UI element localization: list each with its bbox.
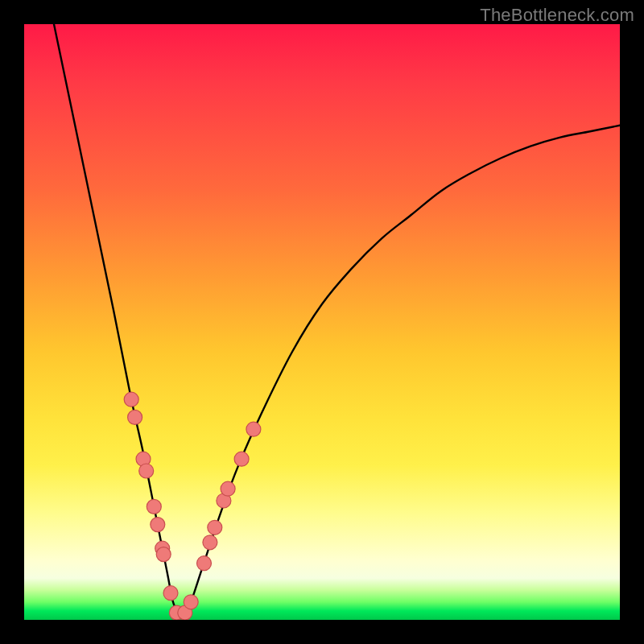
data-marker [184,595,198,609]
data-marker [197,556,212,571]
data-marker [246,422,261,436]
data-marker [139,464,154,478]
marker-group [124,392,261,620]
data-marker [208,520,222,535]
outer-frame: TheBottleneck.com [0,0,644,644]
data-marker [203,535,217,550]
watermark-text: TheBottleneck.com [480,5,634,26]
data-marker [124,392,138,407]
data-marker [156,547,171,562]
data-marker [128,410,142,424]
data-marker [163,586,178,601]
data-marker [234,452,249,466]
plot-area [24,24,620,620]
data-marker [151,518,165,532]
data-marker [147,499,161,514]
bottleneck-curve [54,24,620,616]
curve-svg [24,24,620,620]
data-marker [221,481,235,496]
